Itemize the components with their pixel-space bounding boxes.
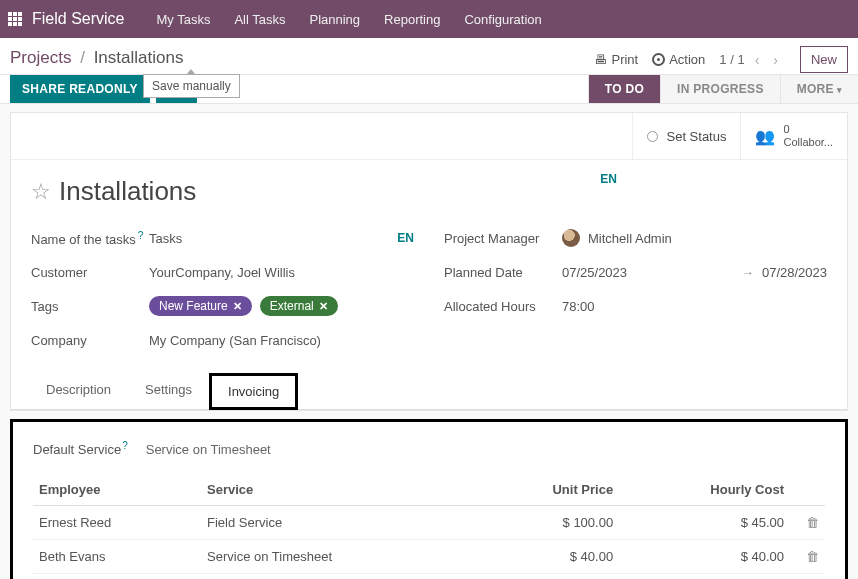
action-button[interactable]: Action [652,52,705,67]
apps-icon[interactable] [8,12,22,26]
collaborators-box[interactable]: 👥 0 Collabor... [740,113,847,159]
default-service-value[interactable]: Service on Timesheet [146,442,271,457]
new-button[interactable]: New [800,46,848,73]
date-end[interactable]: 07/28/2023 [762,265,827,280]
tab-description[interactable]: Description [29,373,128,409]
breadcrumb-root[interactable]: Projects [10,48,71,67]
status-in-progress[interactable]: IN PROGRESS [660,75,780,103]
record-card: Set Status 👥 0 Collabor... ☆ Installatio… [10,112,848,411]
set-status-box[interactable]: Set Status [632,113,740,159]
avatar-icon [562,229,580,247]
nav-all-tasks[interactable]: All Tasks [222,2,297,37]
label-planned: Planned Date [444,265,562,280]
tag-new-feature[interactable]: New Feature✕ [149,296,252,316]
customer-value[interactable]: YourCompany, Joel Willis [149,265,414,280]
tab-invoicing[interactable]: Invoicing [209,373,298,410]
arrow-right-icon: → [741,265,754,280]
company-value[interactable]: My Company (San Francisco) [149,333,414,348]
col-unit-price: Unit Price [474,474,619,506]
pager-next-icon[interactable]: › [769,50,782,70]
share-readonly-button[interactable]: SHARE READONLY [10,75,150,103]
nav-my-tasks[interactable]: My Tasks [144,2,222,37]
print-button[interactable]: 🖶 Print [594,52,638,67]
label-customer: Customer [31,265,149,280]
title-lang-badge[interactable]: EN [600,172,617,186]
page-title: Installations [59,176,196,207]
favorite-star-icon[interactable]: ☆ [31,179,51,205]
tabs: Description Settings Invoicing [11,373,847,410]
print-icon: 🖶 [594,52,607,67]
trash-icon[interactable]: 🗑 [796,515,819,530]
nav-reporting[interactable]: Reporting [372,2,452,37]
table-row[interactable]: Beth Evans Service on Timesheet $ 40.00 … [33,539,825,573]
nav-configuration[interactable]: Configuration [452,2,553,37]
label-company: Company [31,333,149,348]
col-employee: Employee [33,474,201,506]
status-more[interactable]: MORE [780,75,858,103]
tab-settings[interactable]: Settings [128,373,209,409]
allocated-value[interactable]: 78:00 [562,299,827,314]
close-icon[interactable]: ✕ [233,300,242,313]
nav-planning[interactable]: Planning [297,2,372,37]
pager: 1 / 1 ‹ › [719,50,782,70]
save-tooltip: Save manually [143,74,240,98]
add-line-button[interactable]: Add a line [33,573,825,579]
close-icon[interactable]: ✕ [319,300,328,313]
name-lang-badge[interactable]: EN [397,231,414,245]
app-brand: Field Service [32,10,124,28]
label-tags: Tags [31,299,149,314]
table-row[interactable]: Ernest Reed Field Service $ 100.00 $ 45.… [33,505,825,539]
pager-text: 1 / 1 [719,52,744,67]
control-bar: Projects / Installations 🖶 Print Action … [0,38,858,75]
status-bar: TO DO IN PROGRESS MORE [588,75,858,103]
help-icon[interactable]: ? [138,230,144,241]
top-nav: Field Service My Tasks All Tasks Plannin… [0,0,858,38]
invoicing-panel: Default Service? Service on Timesheet Em… [10,419,848,579]
status-radio-icon [647,131,658,142]
date-start[interactable]: 07/25/2023 [562,265,627,280]
breadcrumb: Projects / Installations [10,46,183,74]
pm-value[interactable]: Mitchell Admin [588,231,672,246]
nav-menu: My Tasks All Tasks Planning Reporting Co… [144,2,553,37]
col-service: Service [201,474,474,506]
label-default-service: Default Service [33,443,121,458]
label-pm: Project Manager [444,231,562,246]
label-name: Name of the tasks [31,232,136,247]
users-icon: 👥 [755,127,775,146]
status-todo[interactable]: TO DO [588,75,660,103]
trash-icon[interactable]: 🗑 [796,549,819,564]
col-hourly-cost: Hourly Cost [619,474,790,506]
invoicing-table: Employee Service Unit Price Hourly Cost … [33,474,825,579]
breadcrumb-current: Installations [94,48,184,67]
name-value[interactable]: Tasks [149,231,182,246]
pager-prev-icon[interactable]: ‹ [751,50,764,70]
tag-external[interactable]: External✕ [260,296,338,316]
label-allocated: Allocated Hours [444,299,562,314]
action-bar: SHARE READONLY SH Save manually TO DO IN… [0,75,858,104]
gear-icon [652,53,665,66]
help-icon[interactable]: ? [122,440,128,451]
